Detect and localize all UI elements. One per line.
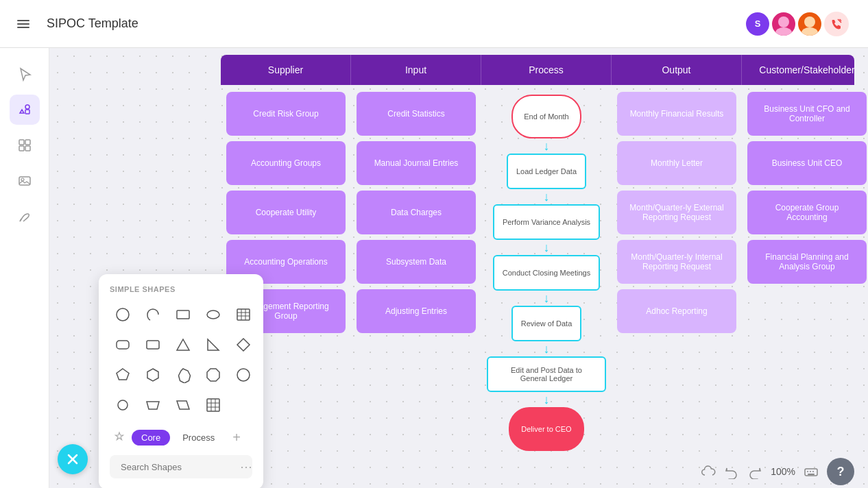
output-card-2[interactable]: Monthly Letter [617, 141, 736, 185]
shape-octagon[interactable] [200, 362, 226, 388]
shape-arc[interactable] [140, 302, 166, 328]
svg-rect-29 [207, 399, 219, 411]
flow-process-5[interactable]: Edit and Post Data to General Ledger [487, 356, 606, 392]
svg-rect-26 [147, 341, 159, 349]
shape-table[interactable] [230, 302, 256, 328]
output-card-5[interactable]: Adhoc Reporting [617, 289, 736, 333]
tab-process[interactable]: Process [173, 430, 224, 446]
undo-button[interactable] [724, 464, 739, 479]
sipoc-header: Supplier Input Process Output Customer/S… [221, 55, 854, 85]
shape-hexagon[interactable] [140, 362, 166, 388]
svg-rect-15 [19, 177, 30, 185]
search-more-button[interactable]: ⋯ [240, 459, 252, 474]
input-card-4[interactable]: Subsystem Data [357, 240, 476, 284]
input-card-5[interactable]: Adjusting Entries [357, 289, 476, 333]
redo-button[interactable] [747, 464, 762, 479]
tab-add-button[interactable]: + [227, 428, 246, 447]
svg-rect-13 [19, 146, 24, 151]
flow-process-2[interactable]: Perform Variance Analysis [493, 204, 600, 240]
customer-card-2[interactable]: Business Unit CEO [747, 141, 867, 185]
bottom-bar: 100% ? [687, 455, 868, 488]
flow-arrow-4: ↓ [544, 292, 550, 304]
shape-grid [110, 302, 252, 418]
shape-grid-2[interactable] [200, 392, 226, 418]
zoom-level: 100% [771, 466, 795, 477]
supplier-card-2[interactable]: Accounting Groups [226, 141, 346, 185]
svg-point-10 [25, 105, 29, 109]
customer-card-3[interactable]: Cooperate Group Accounting [747, 191, 867, 234]
shape-heptagon[interactable] [170, 362, 196, 388]
flow-process-4[interactable]: Review of Data [511, 306, 582, 341]
col-header-input: Input [351, 55, 481, 85]
input-col: Credit Statistics Manual Journal Entries… [351, 92, 481, 451]
flow-arrow-3: ↓ [544, 241, 550, 254]
svg-point-6 [801, 27, 818, 36]
svg-point-27 [237, 369, 250, 381]
flow-terminal-start[interactable]: End of Month [511, 95, 581, 138]
svg-point-17 [117, 308, 129, 321]
customer-card-1[interactable]: Business Unit CFO and Controller [747, 92, 867, 136]
sidebar-icon-image[interactable] [10, 166, 40, 196]
flow-arrow-2: ↓ [544, 191, 550, 203]
shape-triangle[interactable] [170, 332, 196, 358]
svg-point-5 [804, 16, 815, 27]
svg-rect-18 [177, 310, 189, 319]
svg-rect-14 [25, 146, 30, 151]
sidebar-icon-shapes[interactable] [10, 95, 40, 125]
cloud-button[interactable] [701, 464, 716, 479]
tab-core[interactable]: Core [132, 430, 170, 446]
shape-diamond[interactable] [230, 332, 256, 358]
shape-pentagon[interactable] [110, 362, 136, 388]
supplier-card-1[interactable]: Credit Risk Group [226, 92, 346, 136]
menu-button[interactable] [11, 12, 36, 36]
avatar-2 [772, 12, 795, 36]
avatar-1: S [746, 12, 769, 36]
sidebar-icon-draw[interactable] [10, 202, 40, 232]
search-input[interactable] [121, 462, 236, 472]
output-card-4[interactable]: Month/Quarter-ly Internal Reporting Requ… [617, 240, 736, 284]
output-col: Monthly Financial Results Monthly Letter… [612, 92, 742, 451]
sipoc-body: Credit Risk Group Accounting Groups Coop… [221, 85, 854, 451]
svg-point-19 [207, 310, 219, 319]
shape-circle[interactable] [110, 302, 136, 328]
flow-process-1[interactable]: Load Ledger Data [507, 154, 586, 189]
flow-process-3[interactable]: Conduct Closing Meetings [493, 255, 600, 291]
shape-circle-sm[interactable] [110, 392, 136, 418]
shape-ellipse[interactable] [200, 302, 226, 328]
svg-point-28 [118, 400, 128, 410]
output-card-1[interactable]: Monthly Financial Results [617, 92, 736, 136]
sidebar-icon-grid[interactable] [10, 130, 40, 160]
help-button[interactable]: ? [827, 458, 854, 485]
input-card-1[interactable]: Credit Statistics [357, 92, 476, 136]
shape-right-triangle[interactable] [200, 332, 226, 358]
output-card-3[interactable]: Month/Quarter-ly External Reporting Requ… [617, 191, 736, 234]
svg-rect-11 [19, 140, 24, 145]
keyboard-button[interactable] [804, 464, 819, 479]
canvas[interactable]: Supplier Input Process Output Customer/S… [49, 48, 868, 488]
call-button[interactable] [824, 12, 849, 36]
col-header-output: Output [612, 55, 742, 85]
svg-rect-25 [117, 341, 129, 349]
sipoc-table: Supplier Input Process Output Customer/S… [221, 55, 854, 451]
input-card-2[interactable]: Manual Journal Entries [357, 141, 476, 185]
fab-close-button[interactable] [58, 444, 88, 474]
process-col: End of Month ↓ Load Ledger Data ↓ Perfor… [481, 92, 612, 451]
svg-rect-12 [25, 140, 30, 145]
supplier-card-3[interactable]: Cooperate Utility [226, 191, 346, 234]
svg-point-4 [775, 27, 792, 36]
flow-terminal-end[interactable]: Deliver to CEO [509, 407, 583, 451]
shapes-panel-title: SIMPLE SHAPES [110, 285, 252, 293]
sidebar-icon-cursor[interactable] [10, 59, 40, 89]
shape-rounded-rect[interactable] [110, 332, 136, 358]
header-avatars: S [746, 12, 849, 36]
shape-rectangle[interactable] [170, 302, 196, 328]
header: SIPOC Template S [0, 0, 868, 48]
input-card-3[interactable]: Data Charges [357, 191, 476, 234]
tab-pin-icon[interactable] [110, 428, 129, 447]
customer-col: Business Unit CFO and Controller Busines… [742, 92, 868, 451]
shape-rounded-rect-2[interactable] [140, 332, 166, 358]
shape-trapezoid[interactable] [140, 392, 166, 418]
shape-circle-2[interactable] [230, 362, 256, 388]
shape-parallelogram[interactable] [170, 392, 196, 418]
customer-card-4[interactable]: Financial Planning and Analysis Group [747, 240, 867, 284]
